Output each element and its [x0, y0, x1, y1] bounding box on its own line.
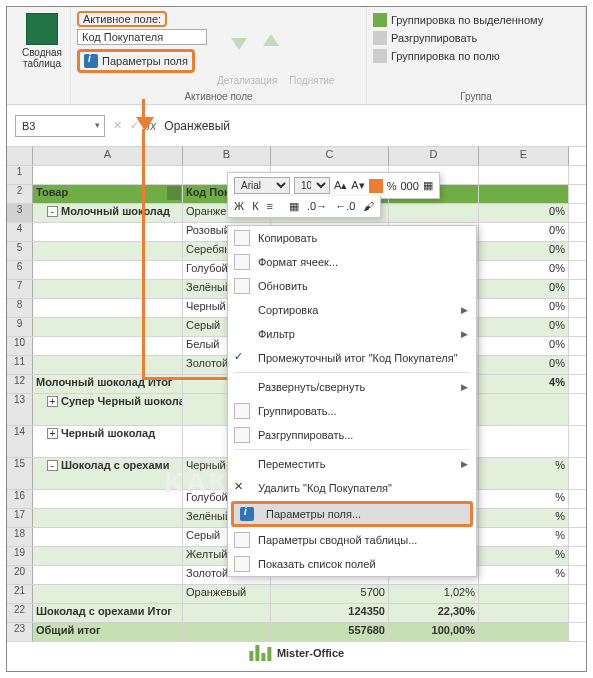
name-box[interactable]: B3 — [15, 115, 105, 137]
ribbon: Сводная таблица Активное поле: Код Покуп… — [7, 7, 586, 105]
ctx-фильтр[interactable]: Фильтр▶ — [228, 322, 476, 346]
decimal-dec-icon[interactable]: ←.0 — [335, 200, 355, 213]
submenu-arrow-icon: ▶ — [461, 459, 468, 469]
expand-icon[interactable]: + — [47, 428, 58, 439]
submenu-arrow-icon: ▶ — [461, 382, 468, 392]
drill-down-icon — [223, 26, 255, 58]
col-header[interactable]: C — [271, 147, 389, 165]
column-headers: ABCDE — [7, 147, 586, 166]
none-icon — [234, 456, 250, 472]
borders-icon[interactable]: ▦ — [423, 179, 433, 192]
ctx-показать-список-полей[interactable]: Показать список полей — [228, 552, 476, 576]
none-icon — [234, 326, 250, 342]
ctx-разгруппировать---[interactable]: Разгруппировать... — [228, 423, 476, 447]
cancel-icon[interactable]: ✕ — [113, 119, 122, 132]
list-icon — [234, 556, 250, 572]
formula-bar: B3 ✕ ✓ fx Оранжевый — [7, 105, 586, 147]
none-icon — [234, 379, 250, 395]
collapse-icon[interactable]: - — [47, 460, 58, 471]
col-header[interactable]: E — [479, 147, 569, 165]
pivot-table-icon — [26, 13, 58, 45]
pivot-table-button[interactable]: Сводная таблица — [13, 11, 71, 71]
ungroup-button: Разгруппировать — [373, 29, 579, 47]
group-label-group: Группа — [367, 91, 585, 102]
header-product[interactable]: Товар — [33, 185, 183, 203]
drill-up-button: Поднятие — [289, 75, 334, 86]
submenu-arrow-icon: ▶ — [461, 329, 468, 339]
comma-icon[interactable]: 000 — [400, 180, 418, 192]
italic-button[interactable]: К — [252, 200, 258, 213]
ctx-параметры-поля---[interactable]: Параметры поля... — [231, 501, 473, 527]
size-select[interactable]: 10 — [294, 177, 330, 194]
mini-toolbar-row2[interactable]: Ж К ≡ ▦ .0→ ←.0 🖌 — [227, 196, 381, 218]
group-label-active-field: Активное поле — [71, 91, 366, 102]
ctx-группировать---[interactable]: Группировать... — [228, 399, 476, 423]
active-field-label: Активное поле: — [83, 13, 161, 25]
increase-font-icon[interactable]: A▴ — [334, 179, 347, 192]
decrease-font-icon[interactable]: A▾ — [351, 179, 364, 192]
bold-button[interactable]: Ж — [234, 200, 244, 213]
ctx-переместить[interactable]: Переместить▶ — [228, 452, 476, 476]
pivot-icon — [234, 532, 250, 548]
field-params-label: Параметры поля — [102, 55, 188, 67]
delete-icon: ✕ — [234, 480, 250, 496]
mini-toolbar[interactable]: Arial 10 A▴ A▾ % 000 ▦ — [227, 172, 440, 199]
group-by-selection-button[interactable]: Группировка по выделенному — [373, 11, 579, 29]
ctx-формат-ячеек---[interactable]: Формат ячеек... — [228, 250, 476, 274]
drill-down-button: Детализация — [217, 75, 277, 86]
fill-color-icon[interactable] — [369, 179, 383, 193]
field-params-button[interactable]: Параметры поля — [77, 49, 195, 73]
col-header[interactable]: A — [33, 147, 183, 165]
filter-dropdown-icon[interactable] — [167, 186, 181, 200]
check-icon: ✓ — [234, 350, 250, 366]
context-menu[interactable]: КопироватьФормат ячеек...ОбновитьСортиро… — [227, 225, 477, 577]
info-icon — [84, 54, 98, 68]
ctx-промежуточный-итог--код-покупателя-[interactable]: ✓Промежуточный итог "Код Покупателя" — [228, 346, 476, 370]
font-select[interactable]: Arial — [234, 177, 290, 194]
col-header[interactable]: D — [389, 147, 479, 165]
borders-icon[interactable]: ▦ — [289, 200, 299, 213]
ctx-параметры-сводной-таблицы---[interactable]: Параметры сводной таблицы... — [228, 528, 476, 552]
ctx-копировать[interactable]: Копировать — [228, 226, 476, 250]
ctx-развернуть-свернуть[interactable]: Развернуть/свернуть▶ — [228, 375, 476, 399]
group-by-field-button: Группировка по полю — [373, 47, 579, 65]
drill-up-icon — [255, 26, 287, 58]
decimal-inc-icon[interactable]: .0→ — [307, 200, 327, 213]
ctx-удалить--код-покупателя-[interactable]: ✕Удалить "Код Покупателя" — [228, 476, 476, 500]
col-header[interactable]: B — [183, 147, 271, 165]
format-painter-icon[interactable]: 🖌 — [363, 200, 374, 213]
ctx-обновить[interactable]: Обновить — [228, 274, 476, 298]
group-icon — [234, 403, 250, 419]
group-icon — [373, 13, 387, 27]
align-icon[interactable]: ≡ — [267, 200, 273, 213]
format-icon — [234, 254, 250, 270]
table-row[interactable]: 22Шоколад с орехами Итог12435022,30% — [7, 604, 586, 623]
collapse-icon[interactable]: - — [47, 206, 58, 217]
table-row[interactable]: 21Оранжевый57001,02% — [7, 585, 586, 604]
formula-value[interactable]: Оранжевый — [164, 119, 230, 133]
percent-icon[interactable]: % — [387, 180, 397, 192]
expand-icon[interactable]: + — [47, 396, 58, 407]
table-row[interactable]: 23Общий итог557680100,00% — [7, 623, 586, 642]
info-icon — [240, 507, 254, 521]
none-icon — [234, 302, 250, 318]
footer-logo: Mister-Office — [249, 645, 344, 661]
copy-icon — [234, 230, 250, 246]
submenu-arrow-icon: ▶ — [461, 305, 468, 315]
refresh-icon — [234, 278, 250, 294]
group-field-icon — [373, 49, 387, 63]
ctx-сортировка[interactable]: Сортировка▶ — [228, 298, 476, 322]
active-field-input[interactable]: Код Покупателя — [77, 29, 207, 45]
ungroup-icon — [234, 427, 250, 443]
ungroup-icon — [373, 31, 387, 45]
pivot-table-label: Сводная таблица — [15, 47, 69, 69]
